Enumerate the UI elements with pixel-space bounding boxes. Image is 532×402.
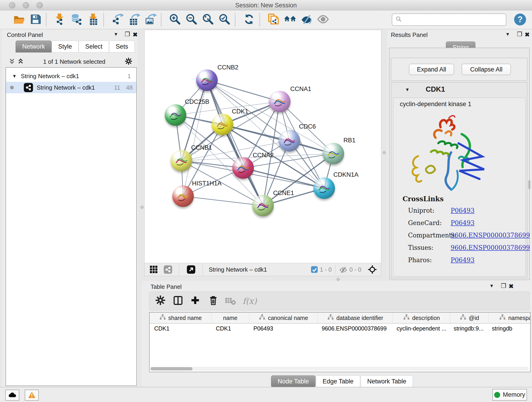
table-hscrollbar[interactable] — [150, 367, 529, 371]
results-panel-title: Results Panel — [391, 32, 428, 38]
column-header-name[interactable]: name — [211, 313, 249, 323]
network-node-CDK1[interactable] — [212, 114, 233, 135]
search-input[interactable] — [404, 16, 506, 23]
network-options-gear-icon[interactable] — [125, 57, 133, 66]
collapse-all-button[interactable]: Collapse All — [462, 64, 511, 75]
crosslink-link[interactable]: P06493 — [451, 219, 475, 226]
network-node-CDC6[interactable] — [279, 130, 300, 152]
results-panel-float-icon[interactable]: ❒ — [517, 31, 522, 38]
table-hscrollbar-thumb[interactable] — [151, 367, 192, 370]
column-header-namespace[interactable]: namespace — [489, 313, 531, 323]
column-header-database-identifier[interactable]: database identifier — [318, 313, 393, 323]
crosslink-link[interactable]: 9606.ENSP00000378699 — [451, 244, 530, 251]
network-node-CDKN1A[interactable] — [313, 177, 335, 199]
bottom-splitter-handle[interactable] — [336, 278, 340, 281]
tab-sets[interactable]: Sets — [109, 41, 135, 52]
expand-all-button[interactable]: Expand All — [409, 64, 454, 75]
export-network-button[interactable] — [111, 13, 124, 26]
create-column-icon[interactable] — [190, 295, 202, 307]
delete-column-icon[interactable] — [208, 295, 220, 307]
duplicate-network-button[interactable] — [267, 13, 280, 26]
table-cell[interactable]: P06493 — [249, 325, 317, 332]
tab-node-table[interactable]: Node Table — [271, 375, 316, 387]
table-cell[interactable]: CDK1 — [150, 325, 211, 332]
network-node-CCNB1[interactable] — [171, 150, 192, 172]
node-label-RB1: RB1 — [343, 137, 355, 144]
table-panel-menu-icon[interactable]: ▼ — [489, 283, 494, 288]
left-splitter-handle[interactable] — [140, 206, 144, 209]
table-cell[interactable]: CDK1 — [211, 325, 249, 332]
show-all-button[interactable] — [317, 13, 330, 26]
table-panel-float-icon[interactable]: ❒ — [501, 282, 506, 289]
crosslink-link[interactable]: P06493 — [451, 256, 475, 264]
control-panel-close-icon[interactable]: ✖ — [133, 31, 138, 38]
gene-expander-icon[interactable]: ▼ — [405, 87, 410, 92]
birdseye-view-icon[interactable] — [149, 265, 158, 274]
zoom-fit-button[interactable] — [201, 13, 215, 26]
tab-network-table[interactable]: Network Table — [361, 375, 413, 387]
zoom-selected-button[interactable] — [218, 13, 231, 26]
warning-button[interactable] — [25, 390, 39, 401]
import-table-from-file-button[interactable] — [86, 13, 100, 26]
network-collection-row[interactable]: ▼ String Network – cdk1 1 — [6, 70, 136, 82]
network-node-CDC25B[interactable] — [165, 104, 186, 126]
tab-select[interactable]: Select — [79, 41, 109, 52]
memory-button[interactable]: Memory — [492, 389, 527, 401]
network-node-RB1[interactable] — [323, 143, 344, 164]
table-options-gear-icon[interactable] — [155, 295, 167, 307]
column-header-shared-name[interactable]: shared name — [150, 313, 211, 323]
selected-checkbox-icon[interactable] — [311, 266, 318, 273]
tab-style[interactable]: Style — [51, 41, 79, 52]
table-cell[interactable]: stringdb:9... — [449, 325, 487, 332]
help-button[interactable]: ? — [514, 13, 526, 26]
table-cell[interactable]: cyclin-dependent ... — [392, 325, 449, 332]
network-node-CCNA1[interactable] — [269, 91, 291, 112]
zoom-in-button[interactable] — [168, 13, 182, 26]
network-node-CCNA2[interactable] — [232, 157, 254, 179]
collapse-all-icon[interactable] — [9, 58, 15, 65]
tab-edge-table[interactable]: Edge Table — [316, 375, 360, 387]
open-in-new-window-icon[interactable] — [186, 265, 196, 274]
results-scrollbar-thumb[interactable] — [528, 180, 530, 189]
open-session-button[interactable] — [12, 13, 26, 26]
zoom-out-button[interactable] — [185, 13, 198, 26]
string-share-icon[interactable] — [163, 265, 172, 274]
network-node-CCNE1[interactable] — [252, 195, 274, 216]
export-table-button[interactable] — [127, 13, 141, 26]
show-columns-icon[interactable] — [172, 295, 184, 307]
cloud-button[interactable] — [5, 390, 19, 401]
column-header--id[interactable]: @id — [450, 313, 489, 323]
hidden-eye-icon[interactable] — [339, 266, 348, 273]
import-network-from-database-button[interactable] — [70, 13, 83, 26]
column-header-description[interactable]: description — [393, 313, 450, 323]
results-panel-close-icon[interactable]: ✖ — [525, 31, 530, 38]
search-box — [392, 13, 506, 26]
import-network-from-file-button[interactable] — [53, 13, 67, 26]
crosslink-link[interactable]: P06493 — [451, 207, 475, 214]
crosslink-link[interactable]: 9606.ENSP00000378699 — [451, 232, 530, 239]
table-row[interactable]: CDK1CDK1P064939606.ENSP00000378699cyclin… — [150, 324, 530, 333]
table-panel-close-icon[interactable]: ✖ — [509, 283, 514, 290]
hide-selected-button[interactable] — [300, 13, 313, 26]
crosshair-icon[interactable] — [367, 264, 377, 274]
network-node-HIST1H1A[interactable] — [172, 185, 194, 207]
table-cell[interactable]: 9606.ENSP00000378699 — [317, 325, 392, 332]
column-header-canonical-name[interactable]: canonical name — [249, 313, 318, 323]
collection-expander-icon[interactable]: ▼ — [12, 74, 17, 79]
export-image-button[interactable] — [144, 13, 157, 26]
first-neighbors-button[interactable] — [283, 13, 297, 26]
tab-network[interactable]: Network — [16, 41, 51, 52]
network-row[interactable]: String Network – cdk1 11 48 — [6, 82, 136, 93]
expand-all-icon[interactable] — [17, 58, 24, 65]
eye-hide-icon — [300, 13, 313, 26]
toolbar-separator — [46, 13, 46, 26]
network-node-CCNB2[interactable] — [196, 70, 218, 91]
results-panel-menu-icon[interactable]: ▼ — [505, 32, 510, 37]
refresh-network-button[interactable] — [242, 13, 256, 26]
control-panel-float-icon[interactable]: ❒ — [125, 31, 130, 38]
save-session-button[interactable] — [29, 13, 42, 26]
right-splitter-handle[interactable] — [383, 151, 386, 154]
control-panel-menu-icon[interactable]: ▼ — [114, 32, 118, 37]
table-cell[interactable]: stringdb — [487, 325, 531, 332]
network-canvas[interactable]: CCNB2 CCNA1 CDC25B CDK1 CDC6 RB1 — [144, 30, 381, 263]
